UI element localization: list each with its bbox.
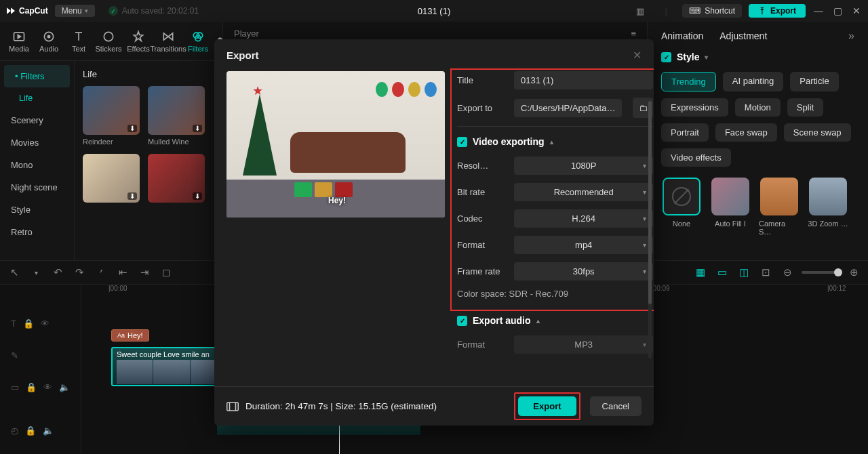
codec-select[interactable]: H.264▾ (514, 209, 653, 228)
codec-label: Codec (457, 213, 507, 224)
video-exporting-heading: Video exporting (473, 136, 545, 147)
dialog-title: Export (226, 49, 259, 61)
cancel-button[interactable]: Cancel (590, 396, 642, 416)
chevron-down-icon: ▾ (643, 268, 646, 275)
film-icon (226, 402, 239, 411)
bitrate-select[interactable]: Recommended▾ (514, 183, 653, 201)
chevron-down-icon: ▾ (643, 215, 646, 222)
highlight-box: Export (514, 392, 580, 420)
exportto-input[interactable]: C:/Users/HP/AppData… (514, 99, 622, 117)
chevron-down-icon: ▾ (643, 162, 646, 169)
check-icon[interactable]: ✓ (457, 316, 467, 326)
color-space-text: Color space: SDR - Rec.709 (457, 289, 653, 299)
exportto-label: Export to (457, 103, 507, 113)
chevron-down-icon: ▾ (643, 241, 646, 249)
resolution-label: Resol… (457, 161, 507, 171)
format-select[interactable]: mp4▾ (514, 236, 653, 254)
framerate-select[interactable]: 30fps▾ (514, 262, 653, 281)
estimate-text: Duration: 2h 47m 7s | Size: 15.15G (esti… (245, 401, 437, 411)
framerate-label: Frame rate (457, 266, 507, 276)
close-icon[interactable]: ✕ (633, 49, 642, 62)
audio-format-label: Format (457, 339, 507, 350)
dialog-scrollbar[interactable] (648, 101, 652, 358)
format-label: Format (457, 240, 507, 250)
title-input[interactable] (514, 71, 653, 89)
svg-rect-9 (227, 403, 239, 411)
preview-caption: Hey! (328, 196, 346, 205)
export-audio-heading: Export audio (473, 315, 531, 326)
check-icon[interactable]: ✓ (457, 137, 467, 147)
collapse-icon[interactable]: ▴ (536, 317, 540, 325)
collapse-icon[interactable]: ▴ (550, 138, 553, 146)
chevron-down-icon: ▾ (643, 341, 646, 348)
bitrate-label: Bit rate (457, 187, 507, 197)
title-label: Title (457, 75, 507, 85)
export-dialog: Export ✕ Hey! Titl (214, 39, 654, 426)
chevron-down-icon: ▾ (643, 188, 646, 196)
export-button[interactable]: Export (518, 396, 576, 416)
modal-overlay: Export ✕ Hey! Titl (0, 0, 868, 454)
audio-format-select[interactable]: MP3▾ (514, 335, 653, 354)
export-preview: Hey! (226, 71, 445, 218)
resolution-select[interactable]: 1080P▾ (514, 157, 653, 175)
